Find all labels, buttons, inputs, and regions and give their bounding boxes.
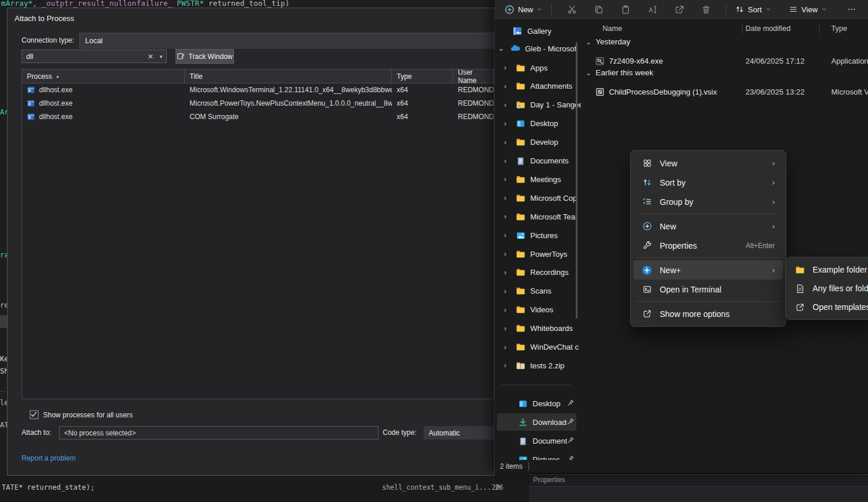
chevron-collapsed-icon[interactable]: › bbox=[504, 120, 511, 128]
chevron-collapsed-icon[interactable]: › bbox=[504, 325, 511, 333]
file-group-header[interactable]: ⌄Earlier this week bbox=[586, 68, 653, 77]
nav-item-attachments[interactable]: ›Attachments bbox=[495, 78, 581, 95]
chevron-collapsed-icon[interactable]: › bbox=[504, 306, 511, 314]
chevron-collapsed-icon[interactable]: › bbox=[504, 287, 511, 295]
view-button[interactable]: View bbox=[783, 2, 832, 17]
chevron-collapsed-icon[interactable]: › bbox=[504, 343, 511, 351]
menu-item-label: Sort by bbox=[660, 178, 685, 187]
nav-item-windevchat-c[interactable]: ›WinDevChat c bbox=[495, 339, 581, 356]
clear-filter-icon[interactable]: ✕ bbox=[145, 50, 156, 62]
attach-to-field[interactable]: <No process selected> bbox=[59, 426, 379, 440]
nav-item-pinned-pictures[interactable]: Pictures bbox=[495, 451, 581, 460]
chevron-collapsed-icon[interactable]: › bbox=[504, 82, 511, 90]
chevron-collapsed-icon[interactable]: › bbox=[504, 64, 511, 72]
nav-item-develop[interactable]: ›Develop bbox=[495, 134, 581, 151]
process-title: Microsoft.WindowsTerminal_1.22.11141.0_x… bbox=[185, 86, 392, 94]
chevron-collapsed-icon[interactable]: › bbox=[504, 157, 511, 165]
process-table-column-header[interactable]: Type bbox=[392, 69, 453, 83]
nav-item-desktop[interactable]: ›Desktop bbox=[495, 115, 581, 133]
file-column-header[interactable]: Date modified bbox=[746, 25, 790, 33]
chevron-expanded-icon[interactable]: ⌄ bbox=[498, 44, 505, 53]
submenu-item-example-folder[interactable]: Example folder bbox=[788, 260, 868, 279]
process-table-column-header[interactable]: Title bbox=[185, 69, 392, 83]
nav-item-powertoys[interactable]: ›PowerToys bbox=[495, 245, 581, 263]
report-a-problem-link[interactable]: Report a problem bbox=[22, 454, 76, 462]
checkbox-checked-icon[interactable] bbox=[30, 410, 38, 419]
file-group-header[interactable]: ⌄Yesterday bbox=[586, 37, 631, 46]
nav-item-day-1-sangee[interactable]: ›Day 1 - Sangee bbox=[495, 96, 581, 114]
submenu-chevron-icon: › bbox=[772, 178, 775, 187]
menu-item-new-[interactable]: New+› bbox=[634, 260, 783, 280]
nav-item-label: Microsoft Cop bbox=[530, 194, 577, 203]
chevron-collapsed-icon[interactable]: › bbox=[504, 138, 511, 147]
cut-button[interactable] bbox=[561, 2, 582, 17]
nav-item-label: PowerToys bbox=[530, 250, 568, 259]
show-all-users-checkbox-row[interactable]: Show processes for all users bbox=[30, 410, 132, 419]
submenu-item-open-templates[interactable]: Open templates bbox=[788, 298, 868, 316]
chevron-collapsed-icon[interactable]: › bbox=[504, 212, 511, 221]
copy-button[interactable] bbox=[588, 2, 609, 17]
menu-item-new[interactable]: New› bbox=[634, 217, 783, 236]
column-divider[interactable] bbox=[819, 24, 820, 34]
new-circle-icon bbox=[642, 221, 652, 231]
nav-item-microsoft-cop[interactable]: ›Microsoft Cop bbox=[495, 189, 581, 207]
chevron-collapsed-icon[interactable]: › bbox=[504, 269, 511, 277]
documents-icon bbox=[518, 436, 528, 446]
nav-item-scans[interactable]: ›Scans bbox=[495, 283, 581, 300]
nav-item-pinned-documents[interactable]: Documents bbox=[495, 432, 581, 449]
new-button[interactable]: New bbox=[499, 2, 548, 17]
nav-item-microsoft-tear[interactable]: ›Microsoft Tear bbox=[495, 208, 581, 225]
submenu-item-any-files-or-folde[interactable]: Any files or folde bbox=[788, 279, 868, 298]
chevron-collapsed-icon[interactable]: › bbox=[504, 250, 511, 258]
nav-item-onedrive-root[interactable]: ⌄Gleb - Microsof bbox=[495, 40, 581, 57]
menu-item-view[interactable]: View› bbox=[634, 154, 783, 173]
file-row[interactable]: ChildProcessDebugging (1).vsix23/06/2025… bbox=[583, 83, 868, 100]
share-button[interactable] bbox=[668, 2, 690, 17]
nav-item-apps[interactable]: ›Apps bbox=[495, 59, 581, 76]
chevron-collapsed-icon[interactable]: › bbox=[504, 175, 511, 183]
track-window-button[interactable]: Track Window bbox=[176, 49, 234, 64]
file-row[interactable]: 7z7z2409-x64.exe24/06/2025 17:12Applicat… bbox=[583, 53, 868, 69]
rename-button[interactable]: A bbox=[642, 2, 663, 17]
folder-icon bbox=[516, 193, 526, 203]
menu-item-group-by[interactable]: Group by› bbox=[634, 192, 783, 211]
delete-button[interactable] bbox=[695, 2, 716, 17]
file-column-header[interactable]: Name bbox=[603, 25, 622, 33]
process-row[interactable]: dllhost.exeMicrosoft.PowerToys.NewPlusCo… bbox=[22, 96, 494, 110]
chevron-collapsed-icon[interactable]: › bbox=[504, 231, 511, 239]
filter-dropdown-icon[interactable]: ▾ bbox=[156, 50, 166, 62]
menu-item-properties[interactable]: PropertiesAlt+Enter bbox=[634, 236, 783, 255]
chevron-collapsed-icon[interactable]: › bbox=[504, 194, 511, 202]
process-filter-input[interactable]: dll ✕ ▾ bbox=[22, 50, 167, 63]
process-row[interactable]: dllhost.exeCOM Surrogatex64REDMOND bbox=[22, 110, 494, 123]
see-more-button[interactable] bbox=[842, 2, 862, 17]
code-type-combobox[interactable]: Automatic bbox=[424, 426, 494, 440]
group-collapse-icon[interactable]: ⌄ bbox=[586, 38, 592, 46]
nav-item-recordings[interactable]: ›Recordings bbox=[495, 264, 581, 281]
menu-item-open-in-terminal[interactable]: Open in Terminal bbox=[634, 280, 783, 299]
nav-item-documents[interactable]: ›Documents bbox=[495, 152, 581, 170]
nav-item-pinned-downloads[interactable]: Downloads bbox=[495, 413, 581, 431]
nav-item-meetings[interactable]: ›Meetings bbox=[495, 170, 581, 188]
process-row[interactable]: dllhost.exeMicrosoft.WindowsTerminal_1.2… bbox=[22, 83, 494, 96]
menu-item-show-more-options[interactable]: Show more options bbox=[634, 304, 783, 323]
nav-item-pinned-desktop[interactable]: Desktop bbox=[495, 395, 581, 412]
nav-item-tests-2-zip[interactable]: ›tests 2.zip bbox=[495, 357, 581, 374]
process-table-column-header[interactable]: Process▲ bbox=[22, 69, 185, 83]
nav-item-whiteboards[interactable]: ›Whiteboards bbox=[495, 320, 581, 337]
nav-item-videos[interactable]: ›Videos bbox=[495, 301, 581, 319]
menu-item-sort-by[interactable]: Sort by› bbox=[634, 173, 783, 192]
chevron-collapsed-icon[interactable]: › bbox=[504, 101, 511, 109]
file-column-header[interactable]: Type bbox=[831, 25, 847, 33]
connection-type-combobox[interactable]: Local bbox=[79, 33, 494, 48]
navigation-scrollbar[interactable] bbox=[576, 42, 578, 319]
paste-button[interactable] bbox=[615, 2, 636, 17]
nav-item-gallery[interactable]: Gallery bbox=[495, 23, 581, 40]
group-collapse-icon[interactable]: ⌄ bbox=[586, 69, 592, 77]
process-table-column-header[interactable]: User Name bbox=[453, 69, 494, 83]
menu-item-label: New bbox=[660, 222, 676, 231]
chevron-collapsed-icon[interactable]: › bbox=[504, 361, 511, 369]
column-divider[interactable] bbox=[742, 24, 743, 34]
sort-button[interactable]: Sort bbox=[730, 2, 776, 17]
nav-item-pictures[interactable]: ›Pictures bbox=[495, 226, 581, 244]
